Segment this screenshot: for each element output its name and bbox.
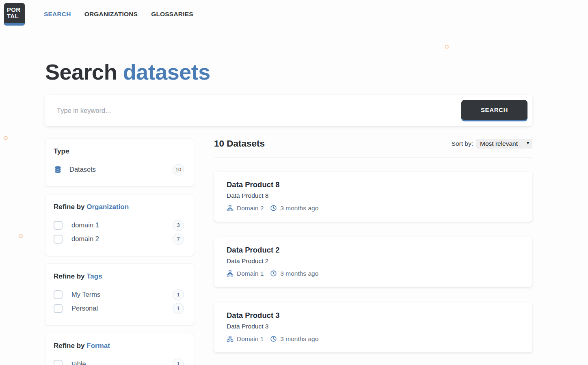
app-logo[interactable]: POR TAL [4, 3, 25, 26]
app-logo-line2: TAL [7, 13, 25, 19]
type-option-count: 10 [173, 164, 184, 175]
format-facet-title: Refine by Format [54, 342, 184, 350]
facet-option-count: 1 [173, 359, 184, 365]
facet-option-table[interactable]: table 1 [54, 357, 184, 365]
tags-facet-card: Refine by Tags My Terms 1 Personal 1 [45, 263, 194, 326]
result-title[interactable]: Data Product 3 [227, 311, 520, 320]
decorative-ring [19, 234, 23, 238]
page-title-highlight: datasets [123, 60, 210, 84]
facet-option-my-terms[interactable]: My Terms 1 [54, 288, 184, 302]
search-button[interactable]: SEARCH [461, 100, 527, 121]
result-updated: 3 months ago [280, 335, 318, 343]
app-logo-line1: POR [7, 6, 25, 13]
facet-checkbox[interactable] [54, 235, 63, 244]
page-title-prefix: Search [45, 60, 123, 84]
facet-option-label: domain 1 [71, 221, 99, 229]
facet-checkbox[interactable] [54, 290, 63, 299]
filters-sidebar: Type Datasets 10 Refine by Organization … [45, 138, 194, 365]
type-option-label: Datasets [69, 166, 96, 173]
facet-option-count: 1 [173, 303, 184, 314]
format-facet-card: Refine by Format table 1 [45, 333, 194, 365]
decorative-ring [4, 136, 8, 140]
result-domain[interactable]: Domain 1 [237, 270, 264, 277]
facet-option-domain-2[interactable]: domain 2 7 [54, 232, 184, 246]
sort-select[interactable]: Most relevant [476, 139, 532, 149]
result-updated: 3 months ago [280, 270, 318, 277]
clock-icon [270, 205, 277, 212]
sitemap-icon [227, 335, 233, 342]
facet-option-count: 3 [173, 220, 184, 231]
result-card-data-product-3[interactable]: Data Product 3 Data Product 3 Domain 1 3… [214, 302, 532, 352]
clock-icon [270, 270, 277, 277]
facet-option-label: My Terms [71, 291, 100, 298]
facet-title-prefix: Refine by [54, 203, 86, 211]
sort-by-label: Sort by: [452, 140, 473, 147]
result-domain[interactable]: Domain 1 [237, 335, 264, 343]
facet-option-label: table [71, 360, 86, 365]
result-subtitle: Data Product 2 [227, 257, 520, 265]
result-subtitle: Data Product 3 [227, 323, 520, 330]
results-divider [214, 158, 532, 158]
facet-option-label: domain 2 [71, 235, 99, 243]
nav-item-search[interactable]: SEARCH [44, 11, 71, 18]
search-input[interactable] [57, 107, 461, 114]
facet-option-domain-1[interactable]: domain 1 3 [54, 218, 184, 232]
result-card-data-product-2[interactable]: Data Product 2 Data Product 2 Domain 1 3… [214, 237, 532, 287]
facet-title-highlight: Organization [86, 203, 129, 211]
search-bar: SEARCH [45, 95, 532, 126]
facet-title-highlight: Tags [86, 272, 102, 280]
facet-checkbox[interactable] [54, 304, 63, 313]
facet-option-count: 7 [173, 233, 184, 245]
page-title: Search datasets [45, 59, 532, 84]
tags-facet-title: Refine by Tags [54, 272, 184, 281]
result-title[interactable]: Data Product 8 [227, 180, 520, 189]
facet-option-count: 1 [173, 289, 184, 300]
database-icon [54, 165, 62, 174]
results-count-heading: 10 Datasets [214, 138, 265, 149]
facet-title-prefix: Refine by [54, 272, 86, 280]
facet-title-highlight: Format [86, 342, 110, 350]
clock-icon [270, 335, 277, 342]
sitemap-icon [227, 205, 233, 212]
results-panel: 10 Datasets Sort by: Most relevant ▾ Dat… [214, 138, 532, 365]
result-updated: 3 months ago [280, 205, 318, 212]
facet-checkbox[interactable] [54, 360, 63, 365]
main-nav: SEARCH ORGANIZATIONS GLOSSARIES [44, 3, 193, 18]
nav-item-glossaries[interactable]: GLOSSARIES [151, 11, 193, 18]
top-nav: POR TAL SEARCH ORGANIZATIONS GLOSSARIES [0, 0, 588, 26]
type-facet-card: Type Datasets 10 [45, 138, 194, 187]
sitemap-icon [227, 270, 233, 277]
type-facet-title: Type [54, 147, 184, 156]
decorative-ring [445, 45, 449, 49]
organization-facet-card: Refine by Organization domain 1 3 domain… [45, 194, 194, 256]
result-card-data-product-8[interactable]: Data Product 8 Data Product 8 Domain 2 3… [214, 172, 532, 222]
facet-checkbox[interactable] [54, 221, 63, 230]
result-title[interactable]: Data Product 2 [227, 246, 520, 255]
type-option-datasets[interactable]: Datasets 10 [54, 163, 184, 177]
facet-option-personal[interactable]: Personal 1 [54, 302, 184, 315]
facet-option-label: Personal [71, 305, 98, 312]
nav-item-organizations[interactable]: ORGANIZATIONS [84, 11, 138, 18]
result-subtitle: Data Product 8 [227, 192, 520, 199]
result-domain[interactable]: Domain 2 [237, 205, 264, 212]
organization-facet-title: Refine by Organization [54, 203, 184, 211]
facet-title-prefix: Refine by [54, 342, 86, 350]
